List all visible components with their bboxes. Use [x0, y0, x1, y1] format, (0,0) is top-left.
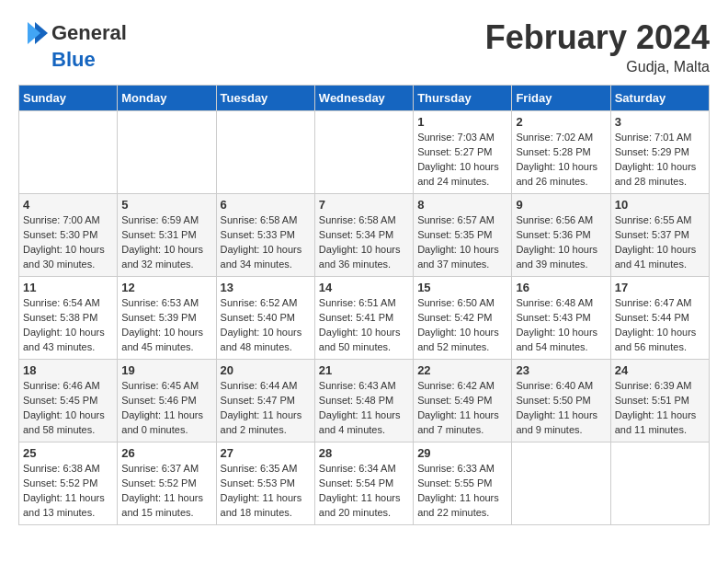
weekday-header-wednesday: Wednesday [314, 86, 413, 111]
day-number: 21 [319, 363, 409, 377]
day-cell: 29Sunrise: 6:33 AMSunset: 5:55 PMDayligh… [414, 442, 512, 525]
day-info: Sunrise: 6:39 AMSunset: 5:51 PMDaylight:… [615, 379, 705, 438]
day-cell [19, 111, 118, 194]
weekday-header-monday: Monday [118, 86, 216, 111]
day-cell: 11Sunrise: 6:54 AMSunset: 5:38 PMDayligh… [19, 277, 118, 360]
day-cell: 26Sunrise: 6:37 AMSunset: 5:52 PMDayligh… [118, 442, 216, 525]
day-info: Sunrise: 6:35 AMSunset: 5:53 PMDaylight:… [221, 462, 311, 521]
day-cell: 25Sunrise: 6:38 AMSunset: 5:52 PMDayligh… [19, 442, 118, 525]
day-info: Sunrise: 6:54 AMSunset: 5:38 PMDaylight:… [23, 296, 113, 355]
page-header: General Blue February 2024 Gudja, Malta [18, 18, 710, 75]
day-cell: 7Sunrise: 6:58 AMSunset: 5:34 PMDaylight… [314, 194, 413, 277]
day-number: 24 [615, 363, 705, 377]
day-cell: 4Sunrise: 7:00 AMSunset: 5:30 PMDaylight… [19, 194, 118, 277]
day-number: 12 [121, 281, 211, 294]
day-info: Sunrise: 6:42 AMSunset: 5:49 PMDaylight:… [417, 379, 507, 438]
day-cell [118, 111, 216, 194]
day-number: 6 [221, 198, 311, 212]
day-number: 22 [417, 363, 507, 377]
day-cell: 10Sunrise: 6:55 AMSunset: 5:37 PMDayligh… [610, 194, 709, 277]
day-info: Sunrise: 7:02 AMSunset: 5:28 PMDaylight:… [516, 131, 606, 190]
day-info: Sunrise: 6:50 AMSunset: 5:42 PMDaylight:… [417, 296, 507, 355]
day-number: 25 [23, 446, 113, 460]
week-row-1: 4Sunrise: 7:00 AMSunset: 5:30 PMDaylight… [19, 194, 710, 277]
day-cell: 5Sunrise: 6:59 AMSunset: 5:31 PMDaylight… [118, 194, 216, 277]
day-info: Sunrise: 6:52 AMSunset: 5:40 PMDaylight:… [221, 296, 311, 355]
day-number: 19 [121, 363, 211, 377]
week-row-0: 1Sunrise: 7:03 AMSunset: 5:27 PMDaylight… [19, 111, 710, 194]
day-info: Sunrise: 6:38 AMSunset: 5:52 PMDaylight:… [23, 462, 113, 521]
day-number: 7 [319, 198, 409, 212]
day-number: 27 [221, 446, 311, 460]
day-info: Sunrise: 6:58 AMSunset: 5:33 PMDaylight:… [221, 213, 311, 272]
day-cell: 6Sunrise: 6:58 AMSunset: 5:33 PMDaylight… [216, 194, 314, 277]
day-info: Sunrise: 7:00 AMSunset: 5:30 PMDaylight:… [23, 213, 113, 272]
day-cell: 1Sunrise: 7:03 AMSunset: 5:27 PMDaylight… [414, 111, 512, 194]
weekday-header-saturday: Saturday [610, 86, 709, 111]
weekday-header-friday: Friday [512, 86, 610, 111]
day-cell: 24Sunrise: 6:39 AMSunset: 5:51 PMDayligh… [610, 360, 709, 442]
day-number: 29 [417, 446, 507, 460]
day-info: Sunrise: 6:56 AMSunset: 5:36 PMDaylight:… [516, 213, 606, 272]
location: Gudja, Malta [485, 59, 710, 75]
day-info: Sunrise: 6:55 AMSunset: 5:37 PMDaylight:… [615, 213, 705, 272]
logo-icon [18, 18, 48, 48]
day-cell: 13Sunrise: 6:52 AMSunset: 5:40 PMDayligh… [216, 277, 314, 360]
day-cell [216, 111, 314, 194]
day-number: 13 [221, 281, 311, 294]
day-number: 8 [417, 198, 507, 212]
week-row-4: 25Sunrise: 6:38 AMSunset: 5:52 PMDayligh… [19, 442, 710, 525]
day-info: Sunrise: 6:51 AMSunset: 5:41 PMDaylight:… [319, 296, 409, 355]
month-title: February 2024 [485, 18, 710, 57]
day-cell: 27Sunrise: 6:35 AMSunset: 5:53 PMDayligh… [216, 442, 314, 525]
day-cell: 3Sunrise: 7:01 AMSunset: 5:29 PMDaylight… [610, 111, 709, 194]
day-number: 1 [417, 115, 507, 129]
day-info: Sunrise: 6:40 AMSunset: 5:50 PMDaylight:… [516, 379, 606, 438]
day-cell [512, 442, 610, 525]
weekday-header-row: SundayMondayTuesdayWednesdayThursdayFrid… [19, 86, 710, 111]
day-cell [314, 111, 413, 194]
day-number: 18 [23, 363, 113, 377]
day-info: Sunrise: 6:34 AMSunset: 5:54 PMDaylight:… [319, 462, 409, 521]
day-info: Sunrise: 6:47 AMSunset: 5:44 PMDaylight:… [615, 296, 705, 355]
day-number: 15 [417, 281, 507, 294]
day-number: 23 [516, 363, 606, 377]
day-cell: 17Sunrise: 6:47 AMSunset: 5:44 PMDayligh… [610, 277, 709, 360]
day-number: 17 [615, 281, 705, 294]
day-number: 11 [23, 281, 113, 294]
logo: General Blue [18, 18, 127, 72]
day-cell: 20Sunrise: 6:44 AMSunset: 5:47 PMDayligh… [216, 360, 314, 442]
day-cell: 16Sunrise: 6:48 AMSunset: 5:43 PMDayligh… [512, 277, 610, 360]
day-number: 4 [23, 198, 113, 212]
day-number: 3 [615, 115, 705, 129]
calendar-table: SundayMondayTuesdayWednesdayThursdayFrid… [18, 85, 710, 525]
day-cell: 19Sunrise: 6:45 AMSunset: 5:46 PMDayligh… [118, 360, 216, 442]
day-cell: 18Sunrise: 6:46 AMSunset: 5:45 PMDayligh… [19, 360, 118, 442]
day-number: 14 [319, 281, 409, 294]
day-cell [610, 442, 709, 525]
day-cell: 23Sunrise: 6:40 AMSunset: 5:50 PMDayligh… [512, 360, 610, 442]
day-info: Sunrise: 6:59 AMSunset: 5:31 PMDaylight:… [121, 213, 211, 272]
day-number: 26 [121, 446, 211, 460]
day-info: Sunrise: 6:53 AMSunset: 5:39 PMDaylight:… [121, 296, 211, 355]
day-number: 9 [516, 198, 606, 212]
day-cell: 12Sunrise: 6:53 AMSunset: 5:39 PMDayligh… [118, 277, 216, 360]
day-number: 10 [615, 198, 705, 212]
weekday-header-tuesday: Tuesday [216, 86, 314, 111]
day-cell: 9Sunrise: 6:56 AMSunset: 5:36 PMDaylight… [512, 194, 610, 277]
day-info: Sunrise: 7:03 AMSunset: 5:27 PMDaylight:… [417, 131, 507, 190]
logo-general: General [51, 21, 127, 45]
day-cell: 15Sunrise: 6:50 AMSunset: 5:42 PMDayligh… [414, 277, 512, 360]
day-info: Sunrise: 7:01 AMSunset: 5:29 PMDaylight:… [615, 131, 705, 190]
weekday-header-thursday: Thursday [414, 86, 512, 111]
day-info: Sunrise: 6:57 AMSunset: 5:35 PMDaylight:… [417, 213, 507, 272]
day-number: 2 [516, 115, 606, 129]
day-info: Sunrise: 6:33 AMSunset: 5:55 PMDaylight:… [417, 462, 507, 521]
day-info: Sunrise: 6:43 AMSunset: 5:48 PMDaylight:… [319, 379, 409, 438]
day-number: 28 [319, 446, 409, 460]
day-number: 20 [221, 363, 311, 377]
week-row-2: 11Sunrise: 6:54 AMSunset: 5:38 PMDayligh… [19, 277, 710, 360]
day-info: Sunrise: 6:45 AMSunset: 5:46 PMDaylight:… [121, 379, 211, 438]
day-info: Sunrise: 6:48 AMSunset: 5:43 PMDaylight:… [516, 296, 606, 355]
weekday-header-sunday: Sunday [19, 86, 118, 111]
